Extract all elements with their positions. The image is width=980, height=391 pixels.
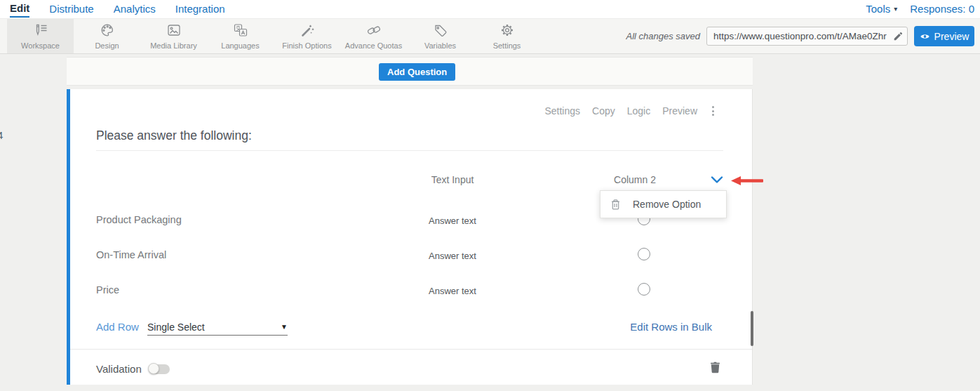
card-divider: [70, 349, 752, 350]
top-nav: Edit Distribute Analytics Integration To…: [0, 0, 980, 18]
top-nav-right: Tools ▾ Responses: 0: [866, 2, 980, 16]
survey-url-wrap: [706, 27, 908, 46]
preview-button[interactable]: Preview: [914, 26, 974, 46]
top-nav-tabs: Edit Distribute Analytics Integration: [0, 0, 225, 18]
chevron-down-icon[interactable]: [711, 175, 723, 185]
annotation-arrow-icon: [731, 175, 763, 186]
toolbar-item-finish-options[interactable]: Finish Options: [274, 19, 340, 53]
add-question-button[interactable]: Add Question: [379, 63, 455, 81]
caret-down-icon: ▼: [281, 323, 288, 331]
toolbar-item-label: Advance Quotas: [345, 41, 402, 50]
tools-menu-button[interactable]: Tools ▾: [866, 2, 897, 16]
validation-toggle[interactable]: [149, 364, 170, 374]
question-title[interactable]: Please answer the following:: [96, 128, 252, 143]
tools-menu-label: Tools: [866, 2, 890, 16]
nav-tab-analytics[interactable]: Analytics: [114, 2, 156, 16]
toolbar-item-label: Settings: [493, 41, 521, 50]
answer-text-field[interactable]: Answer text: [358, 216, 547, 226]
toolbar-item-label: Media Library: [150, 41, 197, 50]
toggle-knob: [148, 363, 159, 374]
toolbar-item-variables[interactable]: Variables: [407, 19, 474, 53]
question-settings-link[interactable]: Settings: [544, 105, 580, 117]
question-card: Settings Copy Logic Preview Please answe…: [67, 89, 753, 385]
languages-icon: [233, 23, 248, 40]
workspace-icon: [33, 23, 48, 40]
kebab-menu-icon[interactable]: [709, 105, 717, 117]
add-row-link[interactable]: Add Row: [96, 321, 139, 333]
save-status-text: All changes saved: [626, 31, 700, 41]
title-divider: [96, 150, 723, 151]
advance-quotas-icon: [366, 23, 382, 40]
survey-toolbar: Workspace Design Media Library: [0, 18, 980, 54]
toolbar-item-media-library[interactable]: Media Library: [140, 19, 207, 53]
radio-button[interactable]: [638, 283, 650, 296]
design-icon: [100, 23, 115, 40]
row-type-select[interactable]: Single Select ▼: [147, 319, 288, 336]
matrix-row: Price Answer text: [70, 277, 752, 305]
eye-icon: [920, 33, 930, 40]
toolbar-item-label: Variables: [424, 41, 456, 50]
variables-icon: [433, 23, 448, 40]
preview-button-label: Preview: [934, 31, 969, 42]
toolbar-right: All changes saved Preview: [626, 19, 974, 53]
nav-tab-distribute[interactable]: Distribute: [49, 2, 93, 16]
settings-icon: [499, 23, 515, 40]
answer-text-field[interactable]: Answer text: [358, 286, 547, 296]
delete-question-trash-icon[interactable]: [710, 361, 720, 373]
column-header-text-input: Text Input: [358, 174, 547, 185]
responses-link[interactable]: Responses: 0: [910, 2, 974, 16]
validation-label: Validation: [96, 363, 142, 375]
row-type-selected-value: Single Select: [147, 322, 205, 333]
nav-tab-edit[interactable]: Edit: [10, 1, 29, 18]
edit-rows-in-bulk-link[interactable]: Edit Rows in Bulk: [630, 321, 712, 333]
toolbar-item-label: Workspace: [21, 41, 60, 50]
toolbar-item-label: Finish Options: [282, 41, 331, 50]
toolbar-item-design[interactable]: Design: [74, 19, 140, 53]
toolbar-items: Workspace Design Media Library: [7, 19, 540, 53]
toolbar-item-label: Design: [95, 41, 119, 50]
nav-tab-integration[interactable]: Integration: [175, 2, 225, 16]
media-library-icon: [166, 23, 182, 40]
question-copy-link[interactable]: Copy: [592, 105, 615, 117]
row-label[interactable]: Price: [96, 284, 119, 296]
edit-url-pencil-icon[interactable]: [893, 32, 903, 41]
remove-option-menu-item[interactable]: Remove Option: [633, 199, 701, 210]
question-preview-link[interactable]: Preview: [662, 105, 697, 117]
toolbar-item-settings[interactable]: Settings: [474, 19, 540, 53]
row-label[interactable]: On-Time Arrival: [96, 249, 166, 260]
toolbar-item-label: Languages: [221, 41, 259, 50]
question-logic-link[interactable]: Logic: [627, 105, 650, 117]
toolbar-item-workspace[interactable]: Workspace: [7, 19, 74, 53]
question-action-links: Settings Copy Logic Preview: [544, 105, 717, 117]
radio-button[interactable]: [638, 248, 650, 260]
add-question-strip: Add Question: [67, 57, 753, 86]
caret-down-icon: ▾: [894, 6, 897, 13]
toolbar-item-advance-quotas[interactable]: Advance Quotas: [340, 19, 407, 53]
toolbar-item-languages[interactable]: Languages: [207, 19, 274, 53]
scrollbar-thumb[interactable]: [751, 311, 753, 346]
answer-text-field[interactable]: Answer text: [358, 251, 547, 261]
question-number: 4: [0, 129, 3, 141]
column-options-menu: Remove Option: [600, 190, 727, 218]
trash-icon: [610, 199, 621, 211]
finish-options-icon: [300, 23, 315, 40]
column-header-column2[interactable]: Column 2: [589, 174, 680, 185]
survey-url-input[interactable]: [706, 27, 908, 46]
row-label[interactable]: Product Packaging: [96, 214, 182, 225]
matrix-row: On-Time Arrival Answer text: [70, 242, 752, 270]
